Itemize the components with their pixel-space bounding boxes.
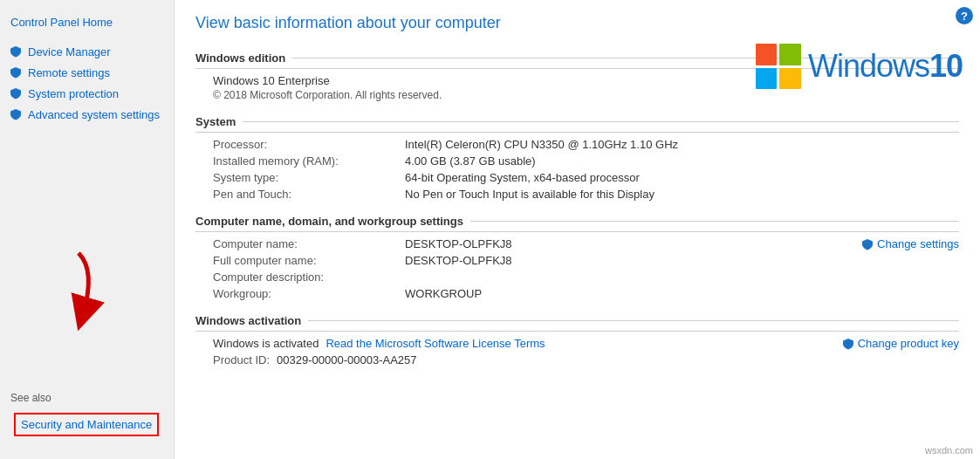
windows-activation-header: Windows activation [195, 314, 959, 332]
system-pen-value: No Pen or Touch Input is available for t… [405, 188, 959, 201]
flag-quadrant-1 [756, 44, 778, 65]
see-also-label: See also [0, 385, 174, 408]
change-product-key-text: Change product key [858, 337, 959, 350]
sidebar-nav: Device Manager Remote settings System pr… [0, 41, 174, 125]
system-ram-value: 4.00 GB (3.87 GB usable) [405, 154, 959, 168]
system-processor-value: Intel(R) Celeron(R) CPU N3350 @ 1.10GHz … [405, 138, 959, 151]
system-type-label: System type: [213, 171, 405, 184]
annotation-arrow [26, 244, 113, 332]
activation-status: Windows is activated [213, 337, 319, 350]
sidebar-label-remote-settings: Remote settings [28, 66, 110, 79]
flag-quadrant-4 [779, 68, 801, 90]
activation-status-row: Windows is activated Read the Microsoft … [195, 337, 959, 350]
system-header: System [195, 115, 959, 133]
comp-name-label: Computer name: [213, 237, 405, 250]
shield-icon-advanced-system-settings [9, 107, 23, 121]
workgroup-label: Workgroup: [213, 287, 405, 300]
sidebar-item-remote-settings[interactable]: Remote settings [0, 62, 174, 83]
comp-desc-label: Computer description: [213, 271, 405, 284]
flag-quadrant-2 [779, 44, 801, 65]
full-comp-name-value: DESKTOP-OLPFKJ8 [405, 254, 861, 267]
win10-logo-text: Windows10 [808, 48, 963, 85]
control-panel-home-link[interactable]: Control Panel Home [0, 9, 174, 36]
change-product-key-shield-icon [842, 338, 854, 350]
windows-activation-section: Windows activation Windows is activated … [195, 314, 959, 367]
computer-name-header: Computer name, domain, and workgroup set… [195, 215, 959, 232]
system-processor-label: Processor: [213, 138, 405, 151]
product-id-label: Product ID: [213, 353, 270, 367]
shield-icon-system-protection [9, 86, 23, 100]
system-type-value: 64-bit Operating System, x64-based proce… [405, 171, 959, 184]
change-product-key-link[interactable]: Change product key [842, 337, 959, 350]
system-pen-label: Pen and Touch: [213, 188, 405, 201]
comp-desc-value [405, 271, 861, 284]
sidebar-item-device-manager[interactable]: Device Manager [0, 41, 174, 62]
sidebar-label-system-protection: System protection [28, 87, 119, 100]
windows10-logo: Windows10 [756, 44, 963, 89]
windows-flag [756, 44, 801, 89]
main-content: ? Windows10 View basic information about… [175, 0, 980, 459]
sidebar-item-advanced-system-settings[interactable]: Advanced system settings [0, 104, 174, 125]
change-settings-shield-icon [861, 238, 874, 250]
sidebar-label-device-manager: Device Manager [28, 45, 111, 58]
help-icon[interactable]: ? [956, 7, 973, 24]
activation-content: Windows is activated Read the Microsoft … [195, 337, 842, 350]
license-terms-link[interactable]: Read the Microsoft Software License Term… [326, 337, 545, 350]
shield-icon-device-manager [9, 45, 23, 58]
comp-name-value: DESKTOP-OLPFKJ8 [405, 237, 861, 250]
change-settings-text: Change settings [877, 237, 959, 250]
page-title: View basic information about your comput… [195, 14, 959, 38]
change-settings-link[interactable]: Change settings [861, 237, 959, 250]
full-comp-name-label: Full computer name: [213, 254, 405, 267]
sidebar-label-advanced-system-settings: Advanced system settings [28, 108, 160, 121]
sidebar-item-system-protection[interactable]: System protection [0, 83, 174, 104]
sidebar: Control Panel Home Device Manager Remote… [0, 0, 175, 459]
flag-quadrant-3 [756, 68, 778, 90]
windows-copyright: © 2018 Microsoft Corporation. All rights… [213, 89, 959, 101]
security-and-maintenance-link[interactable]: Security and Maintenance [14, 413, 159, 436]
watermark: wsxdn.com [925, 445, 973, 456]
workgroup-value: WORKGROUP [405, 287, 861, 300]
product-id-row: Product ID: 00329-00000-00003-AA257 [195, 353, 959, 367]
computer-name-table: Computer name: DESKTOP-OLPFKJ8 Full comp… [195, 237, 861, 300]
system-info-table: Processor: Intel(R) Celeron(R) CPU N3350… [195, 138, 959, 201]
computer-name-row: Computer name: DESKTOP-OLPFKJ8 Full comp… [195, 237, 959, 300]
system-section: System Processor: Intel(R) Celeron(R) CP… [195, 115, 959, 201]
product-id-value: 00329-00000-00003-AA257 [277, 353, 416, 367]
system-ram-label: Installed memory (RAM): [213, 154, 405, 168]
shield-icon-remote-settings [9, 65, 23, 79]
computer-name-section: Computer name, domain, and workgroup set… [195, 215, 959, 300]
